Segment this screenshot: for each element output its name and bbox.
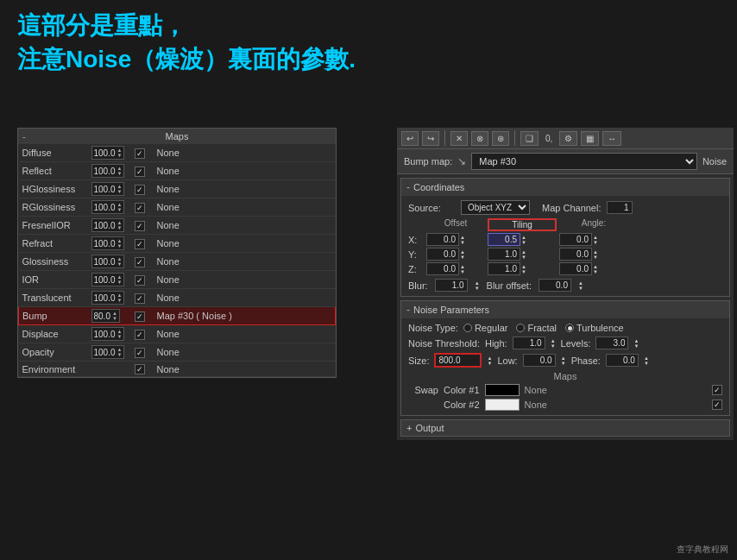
watermark: 查字典教程网 (677, 544, 728, 556)
color2-label: Color #2 (444, 400, 480, 410)
x-angle-field[interactable] (559, 233, 592, 246)
y-angle-field[interactable] (559, 248, 592, 261)
toolbar-gear[interactable]: ⚙ (559, 131, 577, 146)
high-label: High: (485, 338, 507, 349)
maps-row-value[interactable]: 100.0▲▼ (88, 198, 131, 217)
blur-offset-field[interactable] (539, 279, 571, 292)
coordinates-section: - Coordinates Source: Object XYZ Map Cha… (400, 178, 730, 297)
bump-map-dropdown[interactable]: Map #30 (471, 153, 697, 170)
maps-row-checkbox[interactable]: ✓ (135, 364, 145, 374)
color2-swatch[interactable] (485, 399, 520, 411)
z-offset-spinner[interactable]: ▲▼ (460, 264, 465, 274)
toolbar-swap[interactable]: ↔ (602, 131, 621, 146)
maps-row-label: Reflect (19, 162, 88, 180)
z-label: Z: (408, 264, 424, 274)
maps-row-checkbox[interactable]: ✓ (135, 148, 145, 159)
radio-turbulence-btn[interactable] (565, 324, 574, 332)
low-field[interactable] (523, 354, 556, 367)
y-offset-spinner[interactable]: ▲▼ (460, 249, 465, 260)
maps-row-checkbox[interactable]: ✓ (135, 330, 145, 340)
toolbar-redo[interactable]: ↪ (422, 131, 439, 146)
radio-regular[interactable]: Regular (463, 323, 508, 333)
maps-row-map: None (148, 180, 336, 198)
z-tiling-spinner[interactable]: ▲▼ (521, 264, 526, 274)
x-offset-spinner[interactable]: ▲▼ (460, 235, 465, 245)
maps-row-checkbox[interactable]: ✓ (135, 348, 145, 358)
maps-row-checkbox[interactable]: ✓ (135, 257, 145, 267)
maps-row-checkbox[interactable]: ✓ (135, 185, 145, 195)
maps-row-value[interactable]: 100.0▲▼ (88, 217, 131, 235)
color1-swatch[interactable] (485, 384, 520, 396)
radio-turbulence[interactable]: Turbulence (565, 323, 624, 333)
z-angle-spinner[interactable]: ▲▼ (593, 264, 598, 274)
z-angle-field[interactable] (559, 262, 592, 275)
z-tiling-field[interactable] (488, 262, 520, 275)
maps-row-value[interactable]: 100.0▲▼ (88, 289, 131, 307)
maps-row-value[interactable]: 100.0▲▼ (88, 343, 131, 362)
toolbar-copy[interactable]: ⊛ (492, 131, 509, 146)
phase-spinner[interactable]: ▲▼ (644, 356, 649, 366)
maps-row-value[interactable]: 100.0▲▼ (88, 325, 131, 343)
maps-row-checkbox[interactable]: ✓ (135, 221, 145, 231)
high-spinner[interactable]: ▲▼ (551, 338, 556, 349)
maps-row-checkbox[interactable]: ✓ (135, 311, 145, 322)
maps-table-row: Reflect100.0▲▼✓None (19, 162, 336, 180)
maps-row-value[interactable]: 100.0▲▼ (88, 271, 131, 289)
maps-row-checkbox[interactable]: ✓ (135, 239, 145, 249)
maps-row-value[interactable]: 100.0▲▼ (88, 180, 131, 198)
size-field[interactable] (434, 353, 482, 368)
maps-row-value[interactable]: 100.0▲▼ (88, 235, 131, 253)
blur-spinner[interactable]: ▲▼ (475, 280, 480, 291)
low-spinner[interactable]: ▲▼ (561, 356, 566, 366)
map-channel-field[interactable] (607, 201, 633, 214)
z-offset-field[interactable] (426, 262, 459, 275)
radio-regular-label: Regular (475, 323, 508, 333)
radio-fractal-btn[interactable] (516, 324, 525, 332)
x-label: X: (408, 235, 424, 245)
y-tiling-field[interactable] (488, 248, 520, 261)
maps-row-value[interactable]: 100.0▲▼ (88, 162, 131, 180)
phase-label: Phase: (571, 356, 601, 366)
radio-regular-btn[interactable] (463, 324, 472, 332)
y-tiling-spinner[interactable]: ▲▼ (521, 249, 526, 260)
blur-offset-label: Blur offset: (487, 280, 532, 291)
high-field[interactable] (513, 337, 545, 349)
maps-row-value[interactable]: 100.0▲▼ (88, 144, 131, 162)
blur-field[interactable] (435, 279, 468, 292)
size-spinner[interactable]: ▲▼ (487, 356, 492, 366)
color1-check[interactable]: ✓ (712, 385, 722, 395)
x-tiling-field[interactable] (488, 233, 520, 246)
color2-check[interactable]: ✓ (712, 400, 722, 410)
phase-field[interactable] (606, 354, 639, 367)
radio-fractal[interactable]: Fractal (516, 323, 557, 333)
y-angle-spinner[interactable]: ▲▼ (593, 249, 598, 260)
levels-spinner[interactable]: ▲▼ (633, 338, 639, 349)
toolbar-undo[interactable]: ↩ (401, 131, 419, 146)
maps-row-value[interactable]: 80.0▲▼ (88, 307, 131, 325)
maps-row-checkbox[interactable]: ✓ (135, 275, 145, 286)
x-offset-field[interactable] (426, 233, 459, 246)
maps-row-value[interactable] (88, 362, 131, 377)
maps-row-map[interactable]: Map #30 ( Noise ) (148, 307, 336, 325)
maps-row-checkbox[interactable]: ✓ (135, 203, 145, 213)
maps-table-row: HGlossiness100.0▲▼✓None (19, 180, 336, 198)
source-dropdown[interactable]: Object XYZ (461, 200, 530, 215)
output-plus: + (406, 423, 412, 433)
maps-row-label: Environment (19, 362, 88, 377)
levels-field[interactable] (595, 337, 628, 349)
maps-row-checkbox[interactable]: ✓ (135, 293, 145, 304)
blur-offset-spinner[interactable]: ▲▼ (578, 280, 583, 291)
x-tiling-spinner[interactable]: ▲▼ (521, 235, 526, 245)
offset-header: Offset (426, 218, 485, 231)
toolbar-link[interactable]: ⊗ (471, 131, 488, 146)
x-angle-spinner[interactable]: ▲▼ (593, 235, 598, 245)
coordinates-title: Coordinates (413, 182, 464, 192)
toolbar-add[interactable]: ✕ (450, 131, 468, 146)
y-offset-field[interactable] (426, 248, 459, 261)
maps-table-row: Glossiness100.0▲▼✓None (19, 253, 336, 271)
toolbar-rect[interactable]: ❑ (520, 131, 539, 146)
output-title: Output (415, 423, 444, 433)
maps-row-value[interactable]: 100.0▲▼ (88, 253, 131, 271)
maps-row-checkbox[interactable]: ✓ (135, 167, 145, 177)
toolbar-grid[interactable]: ▦ (581, 131, 599, 146)
